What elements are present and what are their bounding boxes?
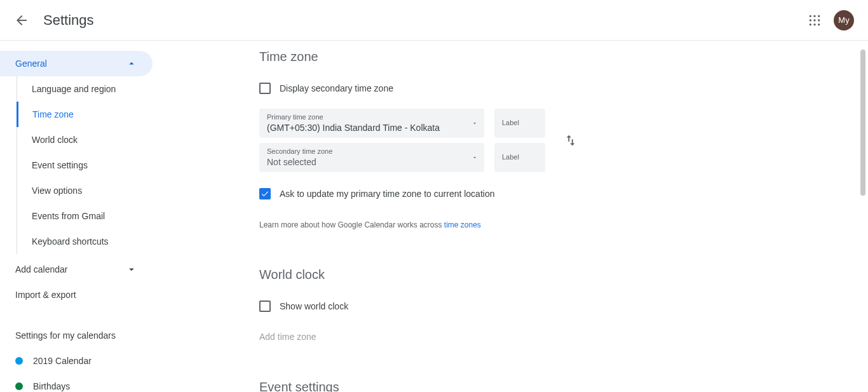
section-time-zone: Time zone Display secondary time zone Pr… bbox=[259, 41, 653, 267]
header-right: My bbox=[802, 8, 860, 33]
arrow-back-icon bbox=[14, 13, 29, 28]
sidebar-calendar-item[interactable]: Birthdays bbox=[0, 374, 163, 392]
chevron-down-icon bbox=[126, 264, 137, 275]
field-label: Primary time zone bbox=[267, 113, 461, 121]
account-avatar[interactable]: My bbox=[834, 10, 854, 30]
help-prefix: Learn more about how Google Calendar wor… bbox=[259, 220, 444, 229]
field-label: Label bbox=[502, 153, 522, 161]
chevron-up-icon bbox=[126, 58, 137, 69]
svg-point-2 bbox=[818, 15, 820, 17]
calendar-name: Birthdays bbox=[33, 381, 70, 391]
display-secondary-tz-row: Display secondary time zone bbox=[259, 77, 653, 100]
page-title: Settings bbox=[43, 12, 94, 29]
primary-timezone-select[interactable]: Primary time zone (GMT+05:30) India Stan… bbox=[259, 109, 484, 138]
section-title: World clock bbox=[259, 267, 653, 282]
secondary-timezone-select[interactable]: Secondary time zone Not selected bbox=[259, 143, 484, 172]
checkbox-label: Show world clock bbox=[280, 301, 348, 311]
dropdown-caret-icon bbox=[471, 152, 478, 163]
sidebar-section-import-export[interactable]: Import & export bbox=[0, 282, 153, 308]
timezone-pair: Primary time zone (GMT+05:30) India Stan… bbox=[259, 109, 545, 172]
add-time-zone-button: Add time zone bbox=[259, 332, 653, 342]
sidebar-section-general[interactable]: General bbox=[0, 51, 153, 76]
section-world-clock: World clock Show world clock Add time zo… bbox=[259, 267, 653, 380]
timezone-help-link[interactable]: time zones bbox=[444, 220, 481, 229]
sidebar-calendar-item[interactable]: 2019 Calendar bbox=[0, 348, 163, 374]
calendar-name: 2019 Calendar bbox=[33, 356, 92, 366]
primary-tz-row: Primary time zone (GMT+05:30) India Stan… bbox=[259, 109, 545, 138]
display-secondary-tz-checkbox[interactable] bbox=[259, 83, 271, 94]
sidebar-item-language-region[interactable]: Language and region bbox=[17, 76, 163, 102]
sidebar-item-keyboard-shortcuts[interactable]: Keyboard shortcuts bbox=[17, 229, 163, 254]
sidebar-general-group: Language and region Time zone World cloc… bbox=[17, 76, 163, 254]
show-world-clock-row: Show world clock bbox=[259, 295, 653, 318]
svg-point-7 bbox=[813, 24, 815, 25]
svg-point-3 bbox=[810, 19, 811, 21]
svg-point-0 bbox=[810, 15, 811, 17]
svg-point-1 bbox=[813, 15, 815, 17]
sidebar-section-label: Add calendar bbox=[15, 264, 68, 274]
sidebar-item-world-clock[interactable]: World clock bbox=[17, 127, 163, 152]
section-event-settings: Event settings bbox=[259, 380, 653, 392]
show-world-clock-checkbox[interactable] bbox=[259, 301, 271, 312]
google-apps-button[interactable] bbox=[802, 8, 827, 33]
ask-update-tz-row: Ask to update my primary time zone to cu… bbox=[259, 182, 653, 205]
swap-timezones-button[interactable] bbox=[559, 129, 582, 152]
svg-point-6 bbox=[810, 24, 811, 25]
scrollbar-thumb[interactable] bbox=[860, 50, 865, 196]
dropdown-caret-icon bbox=[471, 118, 478, 129]
ask-update-tz-checkbox[interactable] bbox=[259, 188, 271, 199]
sidebar-section-label: Import & export bbox=[15, 290, 76, 300]
field-value: (GMT+05:30) India Standard Time - Kolkat… bbox=[267, 122, 461, 133]
body: General Language and region Time zone Wo… bbox=[0, 41, 868, 392]
back-button[interactable] bbox=[8, 6, 36, 34]
field-label: Label bbox=[502, 119, 522, 127]
apps-grid-icon bbox=[808, 14, 821, 27]
field-label: Secondary time zone bbox=[267, 147, 461, 156]
main-content: Time zone Display secondary time zone Pr… bbox=[163, 41, 868, 392]
svg-point-5 bbox=[818, 19, 820, 21]
secondary-tz-row: Secondary time zone Not selected Label bbox=[259, 143, 545, 172]
sidebar-section-label: General bbox=[15, 58, 47, 69]
swap-vert-icon bbox=[564, 133, 578, 147]
sidebar-item-event-settings[interactable]: Event settings bbox=[17, 152, 163, 178]
timezone-help-text: Learn more about how Google Calendar wor… bbox=[259, 220, 653, 229]
sidebar-section-add-calendar[interactable]: Add calendar bbox=[0, 257, 153, 282]
primary-timezone-label-input[interactable]: Label bbox=[494, 109, 545, 138]
sidebar-item-view-options[interactable]: View options bbox=[17, 178, 163, 203]
calendar-color-dot bbox=[15, 357, 23, 365]
field-value: Not selected bbox=[267, 156, 461, 168]
header-left: Settings bbox=[8, 6, 94, 34]
checkbox-label: Ask to update my primary time zone to cu… bbox=[280, 189, 494, 199]
section-title: Event settings bbox=[259, 380, 653, 392]
section-title: Time zone bbox=[259, 50, 653, 64]
checkbox-label: Display secondary time zone bbox=[280, 83, 393, 93]
timezone-fields-row: Primary time zone (GMT+05:30) India Stan… bbox=[259, 109, 653, 172]
header: Settings My bbox=[0, 0, 868, 41]
sidebar-item-time-zone[interactable]: Time zone bbox=[17, 102, 163, 127]
svg-point-4 bbox=[813, 19, 815, 21]
calendar-color-dot bbox=[15, 382, 23, 390]
svg-point-8 bbox=[818, 24, 820, 25]
secondary-timezone-label-input[interactable]: Label bbox=[494, 143, 545, 172]
sidebar-heading-my-calendars: Settings for my calendars bbox=[0, 323, 163, 348]
sidebar: General Language and region Time zone Wo… bbox=[0, 41, 163, 392]
sidebar-item-events-from-gmail[interactable]: Events from Gmail bbox=[17, 203, 163, 229]
